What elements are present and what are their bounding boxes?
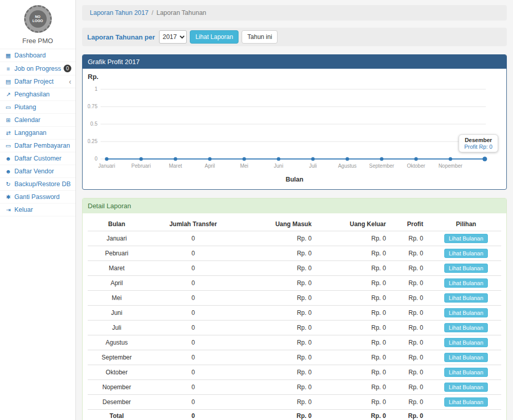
lihat-bulanan-button[interactable]: Lihat Bulanan — [444, 234, 488, 243]
table-header-row: BulanJumlah TransferUang MasukUang Kelua… — [88, 217, 501, 231]
table-cell: Rp. 0 — [241, 291, 319, 306]
sidebar-item-job-on-progress[interactable]: ≡Job on Progress0 — [0, 62, 75, 75]
lihat-bulanan-button[interactable]: Lihat Bulanan — [444, 308, 488, 317]
sidebar-item-daftar-pembayaran[interactable]: ▭Daftar Pembayaran — [0, 139, 75, 152]
table-cell: Rp. 0 — [319, 306, 393, 321]
sidebar-item-daftar-vendor[interactable]: ☻Daftar Vendor — [0, 165, 75, 178]
table-cell: Juli — [88, 321, 146, 335]
table-cell: Desember — [88, 395, 146, 410]
table-cell: Rp. 0 — [241, 395, 319, 410]
app-name: Free PMO — [0, 37, 75, 45]
sidebar-item-label: Piutang — [14, 104, 71, 111]
sidebar-item-dashboard[interactable]: ▦Dashboard — [0, 49, 75, 62]
lihat-bulanan-button[interactable]: Lihat Bulanan — [444, 383, 488, 392]
column-header: Uang Keluar — [319, 217, 393, 231]
sidebar-item-daftar-customer[interactable]: ☻Daftar Customer — [0, 152, 75, 165]
sidebar-item-calendar[interactable]: ⊞Calendar — [0, 114, 75, 127]
tahun-ini-button[interactable]: Tahun ini — [242, 30, 278, 44]
detail-table-body: Januari0Rp. 0Rp. 0Rp. 0Lihat BulananPebr… — [88, 231, 501, 420]
lihat-laporan-button[interactable]: Lihat Laporan — [190, 30, 239, 44]
lihat-bulanan-button[interactable]: Lihat Bulanan — [444, 338, 488, 347]
table-row: September0Rp. 0Rp. 0Rp. 0Lihat Bulanan — [88, 350, 501, 365]
lihat-bulanan-button[interactable]: Lihat Bulanan — [444, 278, 488, 288]
table-cell-actions: Lihat Bulanan — [431, 291, 501, 306]
table-cell: Rp. 0 — [319, 365, 393, 380]
lihat-bulanan-button[interactable]: Lihat Bulanan — [444, 293, 488, 303]
table-cell: Rp. 0 — [393, 291, 431, 306]
table-cell-actions: Lihat Bulanan — [431, 380, 501, 395]
table-row: Maret0Rp. 0Rp. 0Rp. 0Lihat Bulanan — [88, 261, 501, 276]
users-icon: ☻ — [4, 168, 12, 175]
table-cell: Rp. 0 — [393, 321, 431, 335]
table-cell-total: Rp. 0 — [241, 410, 319, 420]
lihat-bulanan-button[interactable]: Lihat Bulanan — [444, 397, 488, 407]
calendar-icon: ⊞ — [4, 116, 12, 124]
breadcrumb-link[interactable]: Laporan Tahun 2017 — [90, 9, 148, 16]
table-cell: 0 — [146, 321, 241, 335]
table-cell-actions: Lihat Bulanan — [431, 276, 501, 291]
table-cell: Oktober — [88, 365, 146, 380]
detail-table-head: BulanJumlah TransferUang MasukUang Kelua… — [88, 217, 501, 231]
column-header: Bulan — [88, 217, 146, 231]
table-cell: Rp. 0 — [241, 321, 319, 335]
table-row: Juni0Rp. 0Rp. 0Rp. 0Lihat Bulanan — [88, 306, 501, 321]
sidebar: NO LOGO Free PMO ▦Dashboard≡Job on Progr… — [0, 0, 76, 420]
chart-panel-title: Grafik Profit 2017 — [83, 55, 506, 69]
column-header: Pilihan — [431, 217, 501, 231]
sidebar-item-backup-restore-db[interactable]: ↻Backup/Restore DB — [0, 178, 75, 191]
sidebar-item-daftar-project[interactable]: ▤Daftar Project‹ — [0, 75, 75, 88]
money-icon: ▭ — [4, 104, 12, 111]
table-row: Mei0Rp. 0Rp. 0Rp. 0Lihat Bulanan — [88, 291, 501, 306]
dashboard-icon: ▦ — [4, 52, 12, 59]
lihat-bulanan-button[interactable]: Lihat Bulanan — [444, 264, 488, 273]
sidebar-item-label: Backup/Restore DB — [14, 181, 71, 188]
table-cell-total: Rp. 0 — [319, 410, 393, 420]
table-cell: 0 — [146, 246, 241, 261]
sidebar-item-keluar[interactable]: ⇥Keluar — [0, 204, 75, 216]
sidebar-item-penghasilan[interactable]: ↗Penghasilan — [0, 88, 75, 101]
table-cell-actions: Lihat Bulanan — [431, 335, 501, 350]
table-cell: Rp. 0 — [241, 335, 319, 350]
table-cell: September — [88, 350, 146, 365]
table-cell: Januari — [88, 231, 146, 246]
table-cell: Rp. 0 — [241, 306, 319, 321]
lihat-bulanan-button[interactable]: Lihat Bulanan — [444, 353, 488, 362]
table-cell: Rp. 0 — [319, 335, 393, 350]
profit-line-chart-svg: 10.750.50.250JanuariPebruariMaretAprilMe… — [88, 83, 501, 174]
table-cell: Rp. 0 — [241, 350, 319, 365]
lihat-bulanan-button[interactable]: Lihat Bulanan — [444, 368, 488, 377]
svg-text:Nopember: Nopember — [439, 163, 463, 169]
page: NO LOGO Free PMO ▦Dashboard≡Job on Progr… — [0, 0, 513, 420]
table-cell: Rp. 0 — [393, 276, 431, 291]
sidebar-item-piutang[interactable]: ▭Piutang — [0, 101, 75, 114]
table-cell: Rp. 0 — [393, 350, 431, 365]
table-cell: Rp. 0 — [393, 261, 431, 276]
table-cell: Rp. 0 — [319, 276, 393, 291]
sidebar-item-label: Calendar — [14, 116, 71, 124]
sidebar-item-ganti-password[interactable]: ✱Ganti Password — [0, 191, 75, 204]
detail-table: BulanJumlah TransferUang MasukUang Kelua… — [88, 217, 501, 420]
svg-text:0: 0 — [94, 156, 97, 162]
table-cell-total: Total — [88, 410, 146, 420]
table-cell: Maret — [88, 261, 146, 276]
table-cell-actions: Lihat Bulanan — [431, 350, 501, 365]
svg-text:Juni: Juni — [274, 163, 283, 169]
year-select[interactable]: 2017 — [159, 30, 187, 44]
lihat-bulanan-button[interactable]: Lihat Bulanan — [444, 323, 488, 332]
table-cell: 0 — [146, 261, 241, 276]
table-cell-actions: Lihat Bulanan — [431, 365, 501, 380]
table-cell: Rp. 0 — [319, 395, 393, 410]
sidebar-item-langganan[interactable]: ⇄Langganan — [0, 127, 75, 139]
refresh-icon: ↻ — [4, 181, 12, 188]
table-cell: Agustus — [88, 335, 146, 350]
svg-text:Agustus: Agustus — [338, 163, 357, 169]
table-cell: 0 — [146, 276, 241, 291]
lihat-bulanan-button[interactable]: Lihat Bulanan — [444, 249, 488, 258]
sidebar-item-label: Job on Progress — [14, 65, 64, 72]
sidebar-item-label: Daftar Vendor — [14, 168, 71, 175]
table-cell: Rp. 0 — [319, 291, 393, 306]
breadcrumb-current: Laporan Tahunan — [156, 9, 206, 16]
report-filter-form: Laporan Tahunan per 2017 Lihat Laporan T… — [82, 28, 507, 46]
table-row: Oktober0Rp. 0Rp. 0Rp. 0Lihat Bulanan — [88, 365, 501, 380]
table-cell: April — [88, 276, 146, 291]
